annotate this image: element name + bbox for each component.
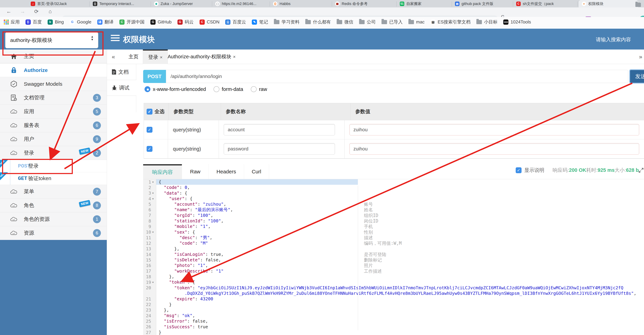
bookmark-item[interactable]: 云 百度云 bbox=[225, 19, 246, 25]
show-description-checkbox[interactable] bbox=[516, 167, 522, 173]
sidebar-endpoint-item[interactable]: NEW GET 验证token bbox=[0, 172, 107, 185]
bookmark-item[interactable]: C 开源中国 bbox=[119, 19, 144, 25]
fold-arrow-icon[interactable]: ▼ bbox=[151, 281, 155, 284]
bookmark-item[interactable]: G 码云 bbox=[178, 19, 194, 25]
api-cloud-icon: API bbox=[10, 122, 18, 129]
bookmark-item[interactable]: 公司 bbox=[359, 19, 376, 25]
api-cloud-icon: API bbox=[10, 136, 18, 143]
request-url-input[interactable] bbox=[166, 70, 628, 83]
bookmark-item[interactable]: 小目标 bbox=[476, 19, 498, 25]
browser-tab[interactable]: ◆ Zuka - JumpServer bbox=[151, 0, 212, 8]
browser-tab[interactable]: 51 自家搬家 bbox=[397, 0, 452, 8]
response-tab[interactable]: Curl bbox=[244, 164, 269, 179]
response-tab[interactable]: 响应内容 bbox=[143, 164, 182, 179]
fold-arrow-icon[interactable]: ▼ bbox=[151, 181, 155, 183]
bookmark-item[interactable]: 已导入 bbox=[382, 19, 402, 25]
sidebar-item-菜单[interactable]: API 菜单 NEW 7 bbox=[0, 185, 107, 198]
param-row: query(string) bbox=[144, 120, 644, 140]
param-name-input[interactable] bbox=[224, 124, 335, 136]
count-badge: 7 bbox=[93, 188, 101, 196]
response-tab[interactable]: Headers bbox=[209, 164, 244, 179]
tab-close-icon[interactable]: × bbox=[233, 54, 236, 60]
bookmark-item[interactable]: 学习资料 bbox=[274, 19, 300, 25]
fullscreen-expand-icon[interactable] bbox=[638, 167, 644, 174]
document-tab[interactable]: 主页 bbox=[123, 50, 144, 64]
param-value-input[interactable] bbox=[350, 124, 639, 136]
show-description-toggle[interactable]: 显示说明 bbox=[516, 167, 544, 174]
document-tab[interactable]: Authorize-authority-权限模块 × bbox=[162, 50, 241, 64]
sidebar-item-Authorize[interactable]: API Authorize NEW bbox=[0, 63, 107, 77]
response-json-editor[interactable]: 1▼ { 2▼ "code": 0, 3▼ "data": { 4▼ "user… bbox=[143, 179, 644, 335]
bookmark-item[interactable]: 什么都有 bbox=[305, 19, 331, 25]
home-icon[interactable]: ⌂ bbox=[46, 8, 54, 14]
reload-icon[interactable]: ⟳ bbox=[33, 8, 40, 14]
body-type-radio[interactable]: form-data bbox=[214, 86, 243, 92]
sidebar-item-资源[interactable]: API 资源 NEW 6 bbox=[0, 226, 107, 240]
bookmark-item[interactable]: 微信 bbox=[337, 19, 353, 25]
response-tab[interactable]: Raw bbox=[182, 164, 209, 179]
param-value-input[interactable] bbox=[350, 143, 639, 154]
body-type-radio[interactable]: x-www-form-urlencoded bbox=[144, 86, 206, 92]
code-line-text: "isError": false, bbox=[159, 318, 208, 324]
sidebar-item-角色[interactable]: API 角色 NEW 8 bbox=[0, 198, 107, 212]
bookmarks-overflow-folder-icon[interactable] bbox=[636, 3, 641, 7]
folder-icon bbox=[337, 20, 342, 24]
sidebar-item-label: 角色 bbox=[24, 202, 34, 209]
bookmark-item[interactable]: b Bing bbox=[48, 19, 64, 25]
new-tag: NEW bbox=[79, 148, 90, 155]
sidebar-item-登录[interactable]: API 登录 NEW 2 bbox=[0, 146, 107, 160]
bookmark-icon: C bbox=[119, 20, 124, 25]
fold-arrow-icon[interactable]: ▼ bbox=[151, 192, 155, 194]
bookmark-item[interactable]: 应用 bbox=[4, 19, 20, 25]
param-name-input[interactable] bbox=[224, 143, 335, 154]
browser-tab[interactable]: ▦ Redis 命令参考 bbox=[332, 0, 397, 8]
sidebar-item-用户[interactable]: API 用户 NEW 9 bbox=[0, 132, 107, 146]
browser-tab[interactable]: ▤ github pack 文件版 bbox=[452, 0, 513, 8]
tab-close-icon[interactable]: × bbox=[160, 55, 162, 60]
param-checkbox[interactable] bbox=[146, 127, 152, 133]
fold-arrow-icon[interactable]: ▼ bbox=[151, 231, 155, 234]
sidebar-item-文档管理[interactable]: API 文档管理 NEW 3 bbox=[0, 91, 107, 105]
code-line-text: { bbox=[159, 179, 161, 185]
field-description: 性别 bbox=[364, 230, 373, 235]
line-number: 23 bbox=[143, 308, 151, 312]
browser-tab[interactable]: C sh文件提交（pack bbox=[513, 0, 578, 8]
header-search-placeholder[interactable]: 请输入搜索内容 bbox=[596, 36, 631, 43]
sidebar-item-服务表[interactable]: API 服务表 NEW 6 bbox=[0, 118, 107, 132]
bookmark-item[interactable]: mac bbox=[408, 19, 424, 25]
browser-tab[interactable]: ♪ 首页-登录/32Jack bbox=[28, 0, 90, 8]
bookmark-item[interactable]: G GitHub bbox=[150, 19, 172, 25]
param-checkbox[interactable] bbox=[146, 146, 152, 152]
rail-item-文档[interactable]: 文档 bbox=[107, 64, 136, 80]
bookmark-item[interactable]: 百 百度 bbox=[26, 19, 42, 25]
browser-tab[interactable]: {} Habbs bbox=[270, 0, 332, 8]
fold-arrow-icon[interactable]: ▼ bbox=[151, 198, 155, 200]
svg-text:API: API bbox=[12, 232, 15, 234]
collapse-sidebar-button[interactable]: « bbox=[112, 53, 115, 60]
tab-overflow-button[interactable]: » bbox=[639, 53, 642, 60]
bookmark-item[interactable]: 1024 1024Tools bbox=[503, 19, 531, 25]
sidebar-item-应用[interactable]: API 应用 NEW 5 bbox=[0, 105, 107, 118]
browser-tab[interactable]: ▢ https://e.m2.96146... bbox=[212, 0, 270, 8]
bookmark-item[interactable]: ▤ ES搜索引擎文档 bbox=[430, 19, 471, 25]
browser-tab[interactable]: {} Temporary Interact... bbox=[90, 0, 151, 8]
bookmark-item[interactable]: C CSDN bbox=[200, 19, 220, 25]
select-all-checkbox[interactable] bbox=[146, 109, 152, 114]
bookmark-label: Google bbox=[77, 19, 92, 25]
bookmark-item[interactable]: G Google bbox=[70, 19, 92, 25]
sidebar-item-角色的资源[interactable]: API 角色的资源 NEW 1 bbox=[0, 212, 107, 226]
sidebar-item-Swagger Models[interactable]: API Swagger Models NEW bbox=[0, 77, 107, 91]
line-number: 27 bbox=[143, 330, 151, 335]
code-line-text: "name": "最后的演示账号", bbox=[159, 207, 233, 212]
back-arrow-icon[interactable]: ← bbox=[5, 8, 12, 14]
rail-item-调试[interactable]: 调试 bbox=[107, 80, 136, 96]
line-number: 5 bbox=[143, 202, 151, 207]
menu-hamburger-icon[interactable] bbox=[111, 35, 120, 42]
sidebar-item-label: 菜单 bbox=[24, 188, 34, 195]
browser-tab[interactable]: ● 权限模块 bbox=[579, 0, 638, 8]
send-button[interactable]: 发送 bbox=[629, 69, 644, 84]
body-type-radio[interactable]: raw bbox=[251, 86, 267, 92]
forward-arrow-icon[interactable]: → bbox=[19, 8, 26, 14]
bookmark-item[interactable]: ✎ 笔记 bbox=[252, 19, 268, 25]
bookmark-item[interactable]: 译 翻译 bbox=[97, 19, 114, 25]
